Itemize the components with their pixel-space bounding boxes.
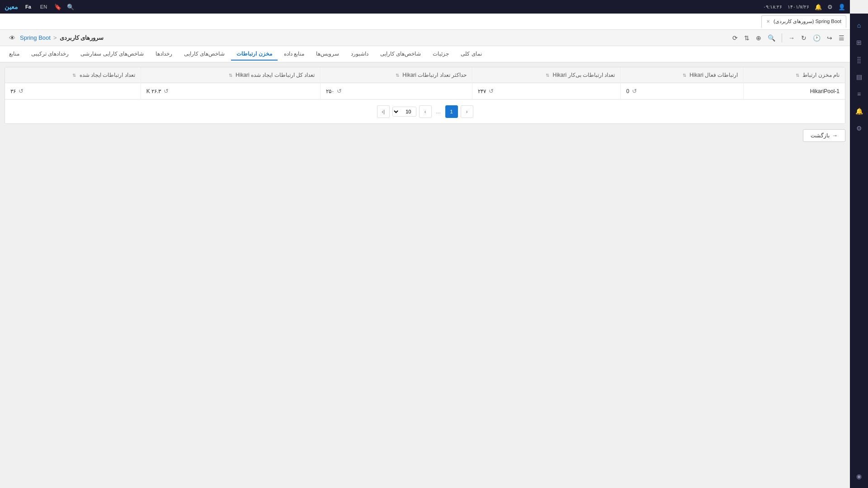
tab-connections[interactable]: مخزن ارتباطات	[231, 48, 277, 61]
breadcrumb-current: سرورهای کاربردی	[60, 34, 104, 41]
terminal-icon[interactable]: ▤	[852, 70, 866, 84]
sort-idle-icon: ⇅	[546, 73, 549, 78]
cell-pool-name: HikariPool-1	[744, 83, 845, 99]
top-bar-left: 👤 ⚙ 🔔 ۱۴۰۱/۷/۲۶ ۰۹:۱۸:۲۶	[763, 4, 845, 10]
app-logo: معین	[5, 3, 18, 10]
top-bar-right: 🔍 🔖 EN Fa معین	[5, 3, 74, 10]
tab-services[interactable]: سرویس‌ها	[311, 48, 344, 61]
col-idle-hikari[interactable]: تعداد ارتباطات بی‌کار Hikari ⇅	[472, 67, 621, 83]
bell-icon[interactable]: 🔔	[852, 104, 866, 118]
tab-label: Spring Boot (سرورهای کاربردی)	[774, 19, 841, 24]
next-page-button[interactable]: ›	[419, 105, 432, 118]
tab-resources[interactable]: منابع	[4, 48, 25, 61]
nav-tabs: نمای کلی جزئیات شاخص‌های کارایی داشبورد …	[0, 46, 850, 62]
sort-active-icon: ⇅	[683, 73, 686, 78]
settings-top-icon[interactable]: ⚙	[827, 4, 833, 10]
grid-icon[interactable]: ⊞	[852, 35, 866, 50]
breadcrumb-parent[interactable]: Spring Boot	[20, 34, 51, 41]
breadcrumb-separator: <	[53, 34, 57, 41]
tab-overview[interactable]: نمای کلی	[455, 48, 487, 61]
pagination: ‹ 1 ... › 10 20 50 100 |›	[5, 99, 845, 123]
back-arrow-icon: →	[832, 132, 838, 139]
prev-page-button[interactable]: ‹	[461, 105, 473, 118]
data-table: نام مخزن ارتباط ⇅ ارتباطات فعال Hikari ⇅…	[5, 67, 845, 124]
tab-bar: Spring Boot (سرورهای کاربردی) ✕	[0, 14, 850, 30]
last-page-button[interactable]: |›	[377, 105, 390, 118]
tab-spring-boot[interactable]: Spring Boot (سرورهای کاربردی) ✕	[761, 15, 846, 28]
history-active-icon: ↺	[632, 88, 637, 94]
view-icons: 👁	[7, 33, 17, 43]
col-total-created[interactable]: تعداد کل ارتباطات ایجاد شده Hikari ⇅	[141, 67, 321, 83]
history-idle-icon: ↺	[489, 88, 494, 94]
breadcrumb: سرورهای کاربردی < Spring Boot	[20, 34, 104, 41]
user-icon[interactable]: 👤	[838, 4, 845, 10]
tab-dashboard[interactable]: داشبورد	[345, 48, 374, 61]
log-icon[interactable]: ≡	[852, 87, 866, 101]
zoom-icon[interactable]: ⊕	[754, 33, 763, 43]
cell-created-count: ↺ ۳۶	[5, 83, 141, 99]
back-btn-area: → بازگشت	[5, 124, 845, 147]
chart-bar-icon[interactable]: ⣿	[852, 52, 866, 67]
sort-pool-name-icon: ⇅	[796, 73, 799, 78]
sort-icon[interactable]: ⇅	[742, 33, 751, 43]
search-top-icon[interactable]: 🔍	[67, 4, 74, 10]
toolbar-divider	[782, 33, 782, 42]
col-created-count[interactable]: تعداد ارتباطات ایجاد شده ⇅	[5, 67, 141, 83]
settings-icon[interactable]: ⚙	[852, 121, 866, 136]
sort-count-icon: ⇅	[72, 73, 76, 78]
table-row[interactable]: HikariPool-1 ↺ 0 ↺ ۲۴۷	[5, 83, 845, 99]
back-button[interactable]: → بازگشت	[803, 129, 845, 142]
tab-close-icon[interactable]: ✕	[766, 19, 770, 24]
date-display: ۱۴۰۱/۷/۲۶	[788, 4, 809, 10]
col-pending-hikari[interactable]: حداکثر تعداد ارتباطات Hikari ⇅	[321, 67, 472, 83]
right-sidebar: ⌂ ⊞ ⣿ ▤ ≡ 🔔 ⚙ ◉	[850, 14, 868, 456]
lang-en-button[interactable]: EN	[38, 3, 49, 10]
top-bar: 👤 ⚙ 🔔 ۱۴۰۱/۷/۲۶ ۰۹:۱۸:۲۶ 🔍 🔖 EN Fa معین	[0, 0, 850, 14]
time-display: ۰۹:۱۸:۲۶	[763, 4, 782, 10]
toolbar: ☰ ↪ 🕐 ↻ → 🔍 ⊕ ⇅ ⟳ سرورهای کاربردی < Spri…	[0, 30, 850, 46]
sort-total-icon: ⇅	[229, 73, 232, 78]
tab-details[interactable]: جزئیات	[427, 48, 454, 61]
page-1-button[interactable]: 1	[445, 105, 458, 118]
page-size-select[interactable]: 10 20 50 100	[392, 107, 416, 117]
cell-idle-hikari: ↺ ۲۴۷	[472, 83, 621, 99]
history-count-icon: ↺	[19, 88, 24, 94]
eye-icon[interactable]: 👁	[7, 33, 17, 43]
history-total-icon: ↺	[164, 88, 169, 94]
tab-combined-events[interactable]: رخدادهای ترکیبی	[26, 48, 74, 61]
tab-datasource[interactable]: منابع داده	[278, 48, 310, 61]
history-pending-icon: ↺	[337, 88, 342, 94]
home-icon[interactable]: ⌂	[852, 18, 866, 33]
clock-icon[interactable]: 🕐	[811, 33, 822, 43]
menu-icon[interactable]: ☰	[837, 33, 846, 43]
table-header-row: نام مخزن ارتباط ⇅ ارتباطات فعال Hikari ⇅…	[5, 67, 845, 83]
bookmark-icon[interactable]: 🔖	[54, 4, 61, 10]
sort-pending-icon: ⇅	[396, 73, 399, 78]
refresh-icon[interactable]: ↻	[799, 33, 808, 43]
cell-pending-hikari: ↺ ۲۵۰	[321, 83, 472, 99]
col-active-hikari[interactable]: ارتباطات فعال Hikari ⇅	[621, 67, 744, 83]
forward-icon[interactable]: ↪	[825, 33, 834, 43]
main-content: نام مخزن ارتباط ⇅ ارتباطات فعال Hikari ⇅…	[0, 62, 850, 456]
cell-active-hikari: ↺ 0	[621, 83, 744, 99]
history-icon[interactable]: ⟳	[731, 33, 740, 43]
page-dots: ...	[434, 108, 443, 115]
lang-fa-button[interactable]: Fa	[24, 3, 33, 10]
search-icon[interactable]: 🔍	[766, 33, 777, 43]
col-pool-name[interactable]: نام مخزن ارتباط ⇅	[744, 67, 845, 83]
bell-top-icon[interactable]: 🔔	[815, 4, 822, 10]
tab-performance-metrics[interactable]: شاخص‌های کارایی	[375, 48, 426, 61]
tab-custom-metrics[interactable]: شاخص‌های کارایی سفارشی	[75, 48, 149, 61]
tab-kpi[interactable]: شاخص‌های کارایی	[179, 48, 230, 61]
back-button-label: بازگشت	[811, 132, 830, 139]
tab-events[interactable]: رخدادها	[150, 48, 178, 61]
cell-total-created: ↺ ۲۶.۳ K	[141, 83, 321, 99]
arrow-right-icon[interactable]: →	[787, 33, 797, 43]
